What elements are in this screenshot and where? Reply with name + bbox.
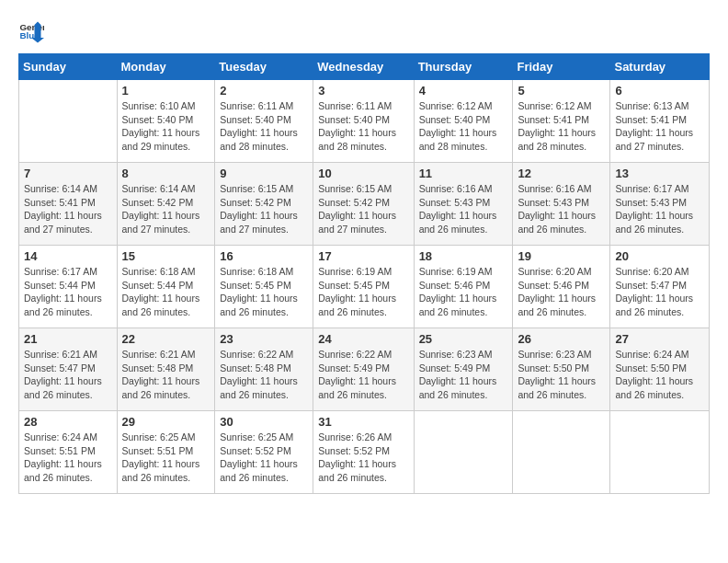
calendar-cell: 9Sunrise: 6:15 AMSunset: 5:42 PMDaylight… [215,163,313,246]
header-tuesday: Tuesday [215,54,313,80]
day-info: Sunrise: 6:13 AMSunset: 5:41 PMDaylight:… [615,99,704,154]
page-header: General Blue [18,18,710,44]
day-number: 12 [518,167,605,180]
calendar-cell: 21Sunrise: 6:21 AMSunset: 5:47 PMDayligh… [19,328,118,411]
calendar-cell: 2Sunrise: 6:11 AMSunset: 5:40 PMDaylight… [215,80,313,163]
day-info: Sunrise: 6:20 AMSunset: 5:46 PMDaylight:… [518,265,605,319]
calendar-cell [513,411,610,494]
calendar-header-row: SundayMondayTuesdayWednesdayThursdayFrid… [19,54,710,80]
calendar-cell: 25Sunrise: 6:23 AMSunset: 5:49 PMDayligh… [414,328,513,411]
day-info: Sunrise: 6:11 AMSunset: 5:40 PMDaylight:… [220,99,308,154]
day-number: 1 [122,84,210,98]
calendar-cell: 31Sunrise: 6:26 AMSunset: 5:52 PMDayligh… [313,411,414,494]
day-number: 13 [615,167,704,180]
calendar-cell: 1Sunrise: 6:10 AMSunset: 5:40 PMDaylight… [117,80,215,163]
header-saturday: Saturday [610,54,710,80]
week-row-3: 14Sunrise: 6:17 AMSunset: 5:44 PMDayligh… [19,246,710,328]
calendar-cell: 11Sunrise: 6:16 AMSunset: 5:43 PMDayligh… [414,163,513,246]
header-wednesday: Wednesday [313,54,414,80]
day-info: Sunrise: 6:19 AMSunset: 5:45 PMDaylight:… [318,265,408,319]
day-info: Sunrise: 6:17 AMSunset: 5:43 PMDaylight:… [615,182,704,236]
day-number: 24 [318,332,408,346]
day-number: 23 [220,332,308,346]
calendar-cell: 4Sunrise: 6:12 AMSunset: 5:40 PMDaylight… [414,80,513,163]
calendar-cell: 10Sunrise: 6:15 AMSunset: 5:42 PMDayligh… [313,163,414,246]
day-number: 25 [419,332,508,346]
day-info: Sunrise: 6:11 AMSunset: 5:40 PMDaylight:… [318,99,408,154]
calendar-cell: 26Sunrise: 6:23 AMSunset: 5:50 PMDayligh… [513,328,610,411]
day-number: 3 [318,84,408,98]
calendar-cell: 22Sunrise: 6:21 AMSunset: 5:48 PMDayligh… [117,328,215,411]
day-number: 8 [122,167,210,180]
day-number: 9 [220,167,308,180]
day-number: 2 [220,84,308,98]
calendar-cell: 16Sunrise: 6:18 AMSunset: 5:45 PMDayligh… [215,246,313,328]
calendar-cell: 27Sunrise: 6:24 AMSunset: 5:50 PMDayligh… [610,328,710,411]
header-thursday: Thursday [414,54,513,80]
day-number: 4 [419,84,508,98]
day-info: Sunrise: 6:21 AMSunset: 5:48 PMDaylight:… [122,348,210,402]
day-number: 30 [220,415,308,429]
header-friday: Friday [513,54,610,80]
calendar-cell: 15Sunrise: 6:18 AMSunset: 5:44 PMDayligh… [117,246,215,328]
day-info: Sunrise: 6:15 AMSunset: 5:42 PMDaylight:… [318,182,408,236]
calendar-cell: 12Sunrise: 6:16 AMSunset: 5:43 PMDayligh… [513,163,610,246]
calendar-cell: 13Sunrise: 6:17 AMSunset: 5:43 PMDayligh… [610,163,710,246]
day-number: 6 [615,84,704,98]
calendar-cell: 28Sunrise: 6:24 AMSunset: 5:51 PMDayligh… [19,411,118,494]
day-info: Sunrise: 6:26 AMSunset: 5:52 PMDaylight:… [318,431,408,485]
day-number: 17 [318,249,408,263]
day-info: Sunrise: 6:22 AMSunset: 5:49 PMDaylight:… [318,348,408,402]
day-info: Sunrise: 6:24 AMSunset: 5:50 PMDaylight:… [615,348,704,402]
week-row-5: 28Sunrise: 6:24 AMSunset: 5:51 PMDayligh… [19,411,710,494]
day-number: 10 [318,167,408,180]
day-info: Sunrise: 6:15 AMSunset: 5:42 PMDaylight:… [220,182,308,236]
day-info: Sunrise: 6:24 AMSunset: 5:51 PMDaylight:… [24,431,112,485]
day-number: 18 [419,249,508,263]
calendar-cell: 19Sunrise: 6:20 AMSunset: 5:46 PMDayligh… [513,246,610,328]
week-row-4: 21Sunrise: 6:21 AMSunset: 5:47 PMDayligh… [19,328,710,411]
day-number: 14 [24,249,112,263]
day-number: 21 [24,332,112,346]
header-sunday: Sunday [19,54,118,80]
day-info: Sunrise: 6:10 AMSunset: 5:40 PMDaylight:… [122,99,210,154]
day-number: 19 [518,249,605,263]
day-info: Sunrise: 6:25 AMSunset: 5:51 PMDaylight:… [122,431,210,485]
day-number: 29 [122,415,210,429]
calendar-cell: 29Sunrise: 6:25 AMSunset: 5:51 PMDayligh… [117,411,215,494]
day-number: 7 [24,167,112,180]
day-info: Sunrise: 6:22 AMSunset: 5:48 PMDaylight:… [220,348,308,402]
calendar-cell: 24Sunrise: 6:22 AMSunset: 5:49 PMDayligh… [313,328,414,411]
day-number: 5 [518,84,605,98]
day-info: Sunrise: 6:16 AMSunset: 5:43 PMDaylight:… [518,182,605,236]
calendar-cell: 20Sunrise: 6:20 AMSunset: 5:47 PMDayligh… [610,246,710,328]
day-info: Sunrise: 6:25 AMSunset: 5:52 PMDaylight:… [220,431,308,485]
calendar-cell: 5Sunrise: 6:12 AMSunset: 5:41 PMDaylight… [513,80,610,163]
day-info: Sunrise: 6:20 AMSunset: 5:47 PMDaylight:… [615,265,704,319]
day-number: 15 [122,249,210,263]
day-number: 28 [24,415,112,429]
day-info: Sunrise: 6:12 AMSunset: 5:41 PMDaylight:… [518,99,605,154]
day-number: 26 [518,332,605,346]
header-monday: Monday [117,54,215,80]
day-number: 27 [615,332,704,346]
day-number: 22 [122,332,210,346]
calendar-cell [414,411,513,494]
week-row-1: 1Sunrise: 6:10 AMSunset: 5:40 PMDaylight… [19,80,710,163]
day-number: 16 [220,249,308,263]
day-info: Sunrise: 6:23 AMSunset: 5:50 PMDaylight:… [518,348,605,402]
day-info: Sunrise: 6:19 AMSunset: 5:46 PMDaylight:… [419,265,508,319]
day-info: Sunrise: 6:14 AMSunset: 5:41 PMDaylight:… [24,182,112,236]
day-number: 31 [318,415,408,429]
logo: General Blue [18,18,50,44]
calendar-cell: 6Sunrise: 6:13 AMSunset: 5:41 PMDaylight… [610,80,710,163]
calendar-cell: 14Sunrise: 6:17 AMSunset: 5:44 PMDayligh… [19,246,118,328]
calendar-cell: 3Sunrise: 6:11 AMSunset: 5:40 PMDaylight… [313,80,414,163]
week-row-2: 7Sunrise: 6:14 AMSunset: 5:41 PMDaylight… [19,163,710,246]
calendar-cell: 17Sunrise: 6:19 AMSunset: 5:45 PMDayligh… [313,246,414,328]
calendar-cell: 18Sunrise: 6:19 AMSunset: 5:46 PMDayligh… [414,246,513,328]
day-info: Sunrise: 6:16 AMSunset: 5:43 PMDaylight:… [419,182,508,236]
calendar-cell: 23Sunrise: 6:22 AMSunset: 5:48 PMDayligh… [215,328,313,411]
calendar-cell [610,411,710,494]
day-number: 11 [419,167,508,180]
